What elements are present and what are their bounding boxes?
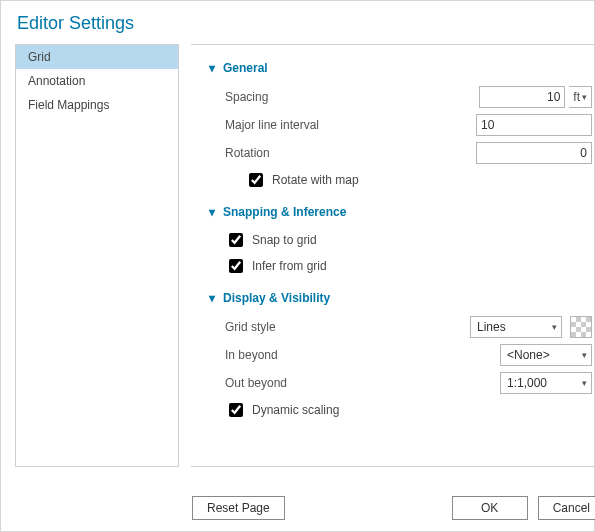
grid-color-swatch[interactable] xyxy=(570,316,592,338)
in-beyond-dropdown[interactable]: <None> ▾ xyxy=(500,344,592,366)
out-beyond-dropdown[interactable]: 1:1,000 ▾ xyxy=(500,372,592,394)
grid-style-value: Lines xyxy=(477,320,506,334)
row-dynamic-scaling: Dynamic scaling xyxy=(225,399,594,421)
rotate-with-map-checkbox[interactable] xyxy=(249,173,263,187)
row-snap-to-grid: Snap to grid xyxy=(225,229,594,251)
sidebar-item-grid[interactable]: Grid xyxy=(16,45,178,69)
row-rotation: Rotation xyxy=(225,141,594,165)
rotation-input[interactable] xyxy=(476,142,592,164)
section-title: General xyxy=(223,61,268,75)
ok-button[interactable]: OK xyxy=(452,496,528,520)
sidebar-item-label: Field Mappings xyxy=(28,98,109,112)
chevron-down-icon: ▾ xyxy=(209,291,219,305)
row-in-beyond: In beyond <None> ▾ xyxy=(225,343,594,367)
snap-to-grid-label: Snap to grid xyxy=(252,233,317,247)
major-line-label: Major line interval xyxy=(225,118,375,132)
infer-from-grid-label: Infer from grid xyxy=(252,259,327,273)
out-beyond-value: 1:1,000 xyxy=(507,376,547,390)
dynamic-scaling-label: Dynamic scaling xyxy=(252,403,339,417)
row-rotate-with-map: Rotate with map xyxy=(245,169,594,191)
settings-sidebar: Grid Annotation Field Mappings xyxy=(15,44,179,467)
major-line-input[interactable] xyxy=(476,114,592,136)
dialog-footer: Reset Page OK Cancel xyxy=(0,496,595,520)
dynamic-scaling-checkbox[interactable] xyxy=(229,403,243,417)
in-beyond-value: <None> xyxy=(507,348,550,362)
section-snapping-header[interactable]: ▾ Snapping & Inference xyxy=(209,205,594,219)
spacing-label: Spacing xyxy=(225,90,375,104)
grid-style-dropdown[interactable]: Lines ▾ xyxy=(470,316,562,338)
row-grid-style: Grid style Lines ▾ xyxy=(225,315,594,339)
row-infer-from-grid: Infer from grid xyxy=(225,255,594,277)
out-beyond-label: Out beyond xyxy=(225,376,375,390)
caret-down-icon: ▾ xyxy=(582,378,587,388)
in-beyond-label: In beyond xyxy=(225,348,375,362)
spacing-unit-dropdown[interactable]: ft ▾ xyxy=(569,86,592,108)
section-general-header[interactable]: ▾ General xyxy=(209,61,594,75)
reset-page-button[interactable]: Reset Page xyxy=(192,496,285,520)
rotation-label: Rotation xyxy=(225,146,375,160)
section-title: Snapping & Inference xyxy=(223,205,346,219)
row-out-beyond: Out beyond 1:1,000 ▾ xyxy=(225,371,594,395)
cancel-button[interactable]: Cancel xyxy=(538,496,595,520)
sidebar-item-label: Annotation xyxy=(28,74,85,88)
row-major-line: Major line interval xyxy=(225,113,594,137)
sidebar-item-field-mappings[interactable]: Field Mappings xyxy=(16,93,178,117)
chevron-down-icon: ▾ xyxy=(209,205,219,219)
spacing-unit-label: ft xyxy=(573,90,580,104)
caret-down-icon: ▾ xyxy=(582,350,587,360)
section-title: Display & Visibility xyxy=(223,291,330,305)
snap-to-grid-checkbox[interactable] xyxy=(229,233,243,247)
chevron-down-icon: ▾ xyxy=(209,61,219,75)
spacing-input[interactable] xyxy=(479,86,565,108)
window-body: Grid Annotation Field Mappings ▾ General… xyxy=(1,44,594,467)
window-title: Editor Settings xyxy=(1,1,594,44)
caret-down-icon: ▾ xyxy=(582,92,587,102)
infer-from-grid-checkbox[interactable] xyxy=(229,259,243,273)
section-display-header[interactable]: ▾ Display & Visibility xyxy=(209,291,594,305)
settings-panel: ▾ General Spacing ft ▾ Major line interv… xyxy=(191,44,594,467)
caret-down-icon: ▾ xyxy=(552,322,557,332)
row-spacing: Spacing ft ▾ xyxy=(225,85,594,109)
rotate-with-map-label: Rotate with map xyxy=(272,173,359,187)
sidebar-item-label: Grid xyxy=(28,50,51,64)
sidebar-item-annotation[interactable]: Annotation xyxy=(16,69,178,93)
editor-settings-window: Editor Settings Grid Annotation Field Ma… xyxy=(0,0,595,532)
grid-style-label: Grid style xyxy=(225,320,375,334)
